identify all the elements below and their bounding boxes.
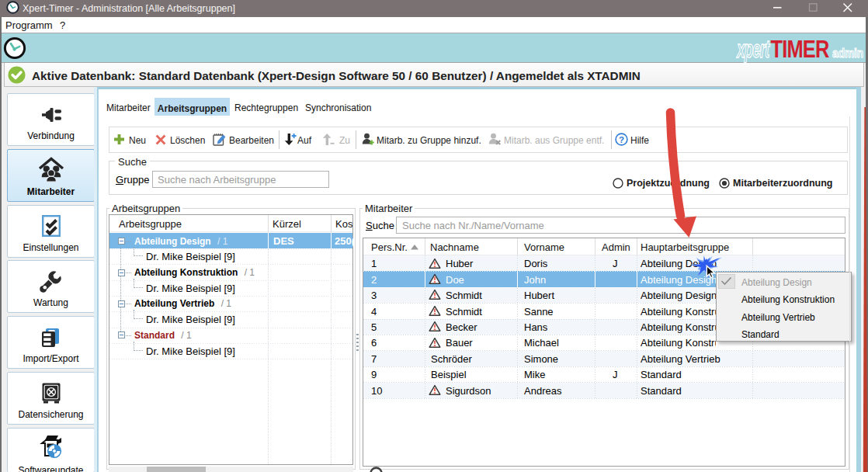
svg-text:?: ? (619, 135, 624, 144)
